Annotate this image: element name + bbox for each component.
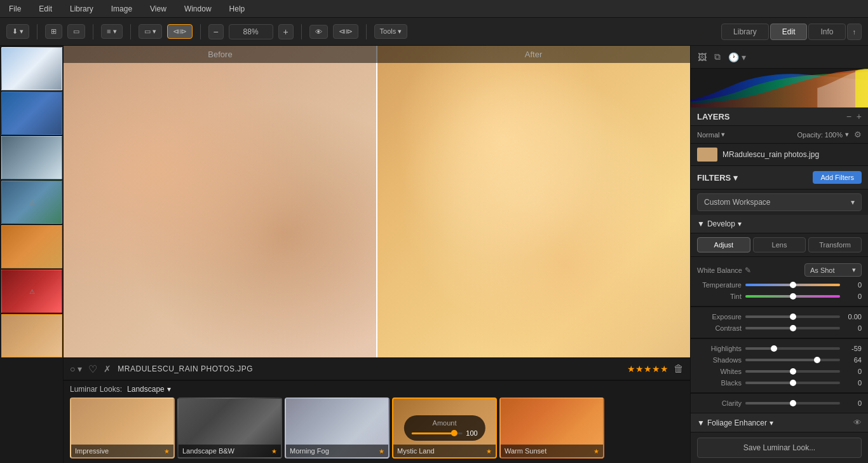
blend-mode-selector[interactable]: Normal ▾ bbox=[697, 130, 725, 139]
tools-button[interactable]: Tools ▾ bbox=[374, 24, 408, 39]
tint-slider[interactable] bbox=[745, 295, 840, 298]
amount-track bbox=[411, 432, 462, 434]
photo-canvas[interactable] bbox=[64, 46, 690, 357]
view-toggle[interactable]: 👁 bbox=[309, 25, 328, 39]
filmstrip-thumb-7[interactable] bbox=[1, 314, 62, 357]
panel-icon-image[interactable]: 🖼 bbox=[696, 50, 709, 64]
menu-view[interactable]: View bbox=[146, 3, 170, 15]
tab-adjust[interactable]: Adjust bbox=[697, 237, 750, 252]
filmstrip-thumb-6[interactable]: ⚠ bbox=[1, 270, 62, 313]
custom-workspace-button[interactable]: Custom Workspace ▾ bbox=[697, 193, 862, 211]
tint-value: 0 bbox=[844, 293, 862, 300]
menu-file[interactable]: File bbox=[5, 3, 25, 15]
star-rating[interactable]: ★★★★★ bbox=[627, 364, 668, 374]
filmstrip-thumb-4[interactable]: ⚠ bbox=[1, 181, 62, 224]
share-button[interactable]: ↑ bbox=[847, 24, 862, 40]
shadows-value: 64 bbox=[844, 356, 862, 364]
layer-item-main: MRadulescu_rain photos.jpg bbox=[691, 144, 868, 166]
look-item-impressive[interactable]: Impressive ★ bbox=[70, 397, 175, 459]
highlights-label: Highlights bbox=[697, 345, 742, 352]
filmstrip-thumb-3[interactable] bbox=[1, 136, 62, 179]
foliage-title: ▼ Foliage Enhancer ▾ bbox=[697, 418, 773, 427]
look-star-3: ★ bbox=[379, 448, 384, 455]
tint-label: Tint bbox=[697, 293, 742, 300]
wb-label: White Balance bbox=[697, 266, 742, 274]
shadows-slider[interactable] bbox=[745, 359, 840, 361]
exposure-slider[interactable] bbox=[745, 315, 840, 318]
heart-btn[interactable]: ♡ bbox=[88, 363, 97, 375]
blacks-slider[interactable] bbox=[745, 382, 840, 384]
menu-window[interactable]: Window bbox=[180, 3, 215, 15]
tab-info[interactable]: Info bbox=[808, 24, 845, 40]
menu-help[interactable]: Help bbox=[226, 3, 249, 15]
split-divider[interactable] bbox=[376, 46, 377, 357]
clarity-slider[interactable] bbox=[745, 402, 840, 404]
add-filters-button[interactable]: Add Filters bbox=[813, 171, 862, 184]
panel-button[interactable]: ▭ ▾ bbox=[139, 24, 162, 39]
before-after-labels: Before After bbox=[64, 46, 690, 63]
panel-icon-layers[interactable]: ⧉ bbox=[712, 50, 722, 64]
look-star-4: ★ bbox=[486, 448, 492, 455]
exposure-fill bbox=[745, 315, 793, 318]
export-button[interactable]: ⬇ ▾ bbox=[6, 24, 29, 39]
single-view-button[interactable]: ▭ bbox=[67, 24, 85, 39]
layout-button[interactable]: ≡ ▾ bbox=[101, 24, 122, 39]
compare-button[interactable]: ⧏⧐ bbox=[167, 24, 193, 39]
tab-transform[interactable]: Transform bbox=[808, 237, 862, 252]
whites-slider[interactable] bbox=[745, 370, 840, 373]
filmstrip-thumb-5[interactable] bbox=[1, 225, 62, 268]
grid-view-button[interactable]: ⊞ bbox=[45, 24, 62, 39]
amount-value: 100 bbox=[466, 429, 477, 437]
separator-5 bbox=[301, 24, 302, 39]
contrast-fill bbox=[745, 327, 793, 329]
filmstrip-thumb-2[interactable] bbox=[1, 92, 62, 135]
wb-dropdown[interactable]: As Shot ▾ bbox=[804, 263, 862, 277]
zoom-plus-button[interactable]: + bbox=[278, 24, 294, 39]
delete-button[interactable]: 🗑 bbox=[674, 363, 684, 375]
highlights-thumb bbox=[771, 345, 777, 352]
wb-eyedropper-tool[interactable]: ✎ bbox=[745, 266, 751, 275]
looks-category-selector[interactable]: Landscape ▾ bbox=[127, 385, 171, 394]
look-star-1: ★ bbox=[164, 448, 170, 455]
clarity-fill bbox=[745, 402, 793, 404]
temperature-slider[interactable] bbox=[745, 284, 840, 286]
before-after-toggle[interactable]: ⧏⧐ bbox=[333, 24, 358, 39]
opacity-control[interactable]: Opacity: 100% ▾ bbox=[797, 130, 849, 139]
tab-library[interactable]: Library bbox=[721, 24, 769, 40]
separator-1 bbox=[37, 24, 37, 39]
foliage-section-header[interactable]: ▼ Foliage Enhancer ▾ 👁 bbox=[691, 413, 868, 432]
whites-row: Whites 0 bbox=[697, 366, 862, 377]
amount-label: Amount bbox=[433, 419, 457, 427]
contrast-slider[interactable] bbox=[745, 327, 840, 329]
layers-add[interactable]: + bbox=[857, 111, 862, 121]
menu-library[interactable]: Library bbox=[66, 3, 97, 15]
look-item-sunset[interactable]: Warm Sunset ★ bbox=[499, 397, 604, 459]
look-item-fog[interactable]: Morning Fog ★ bbox=[285, 397, 390, 459]
highlights-slider[interactable] bbox=[745, 347, 840, 350]
flag-btn[interactable]: ✗ bbox=[104, 364, 111, 374]
tab-edit[interactable]: Edit bbox=[770, 24, 808, 40]
panel-icon-history[interactable]: 🕐 ▾ bbox=[726, 50, 748, 64]
look-item-bw[interactable]: Landscape B&W ★ bbox=[177, 397, 282, 459]
layer-name: MRadulescu_rain photos.jpg bbox=[722, 150, 819, 159]
zoom-minus-button[interactable]: − bbox=[208, 24, 224, 39]
save-luminar-look-button[interactable]: Save Luminar Look... bbox=[697, 438, 862, 458]
develop-section-header[interactable]: ▼ Develop ▾ bbox=[691, 215, 868, 233]
highlights-value: -59 bbox=[844, 345, 862, 352]
layers-title: LAYERS bbox=[697, 112, 730, 121]
name-bar: ○ ▾ ♡ ✗ MRADULESCU_RAIN PHOTOS.JPG ★★★★★… bbox=[64, 357, 690, 380]
look-label-fog: Morning Fog ★ bbox=[286, 445, 388, 457]
clarity-label: Clarity bbox=[697, 399, 742, 407]
gear-button[interactable]: ⚙ bbox=[854, 130, 862, 139]
tab-lens[interactable]: Lens bbox=[753, 237, 806, 252]
look-item-mystic[interactable]: Amount 100 Mystic Land ★ bbox=[392, 397, 497, 459]
contrast-row: Contrast 0 bbox=[697, 322, 862, 334]
amount-slider[interactable]: 100 bbox=[411, 429, 477, 437]
layers-minimize[interactable]: − bbox=[846, 111, 851, 121]
shadows-label: Shadows bbox=[697, 356, 742, 364]
circle-btn[interactable]: ○ ▾ bbox=[70, 364, 82, 374]
menu-edit[interactable]: Edit bbox=[35, 3, 56, 15]
foliage-visibility-toggle[interactable]: 👁 bbox=[853, 418, 862, 427]
filmstrip-thumb-1[interactable] bbox=[1, 47, 62, 90]
menu-image[interactable]: Image bbox=[107, 3, 136, 15]
